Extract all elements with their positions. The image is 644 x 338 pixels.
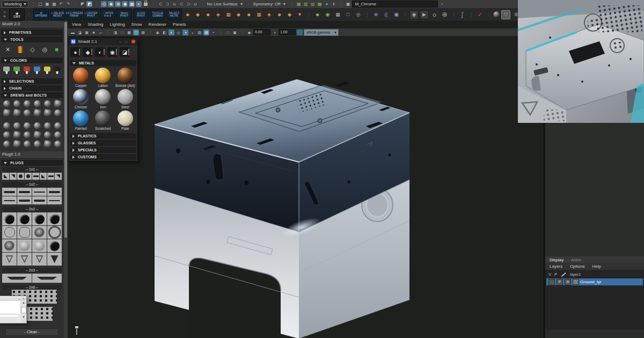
playblast-icon[interactable]: ▶ xyxy=(420,10,429,19)
shelf-menu-icon[interactable]: ≡ xyxy=(3,10,5,14)
cutter-tool-icon[interactable]: ✕ xyxy=(5,46,10,53)
target-weld-icon[interactable]: ◉ xyxy=(323,10,332,19)
isolate-select-icon[interactable]: □ xyxy=(225,30,231,35)
screw-thumbnail[interactable] xyxy=(32,99,42,108)
primitive-diamond-icon[interactable]: ◆ xyxy=(193,10,202,19)
section-customs[interactable]: CUSTOMS xyxy=(70,154,136,160)
render-view-icon[interactable]: ◉ xyxy=(409,10,419,19)
select-camera-icon[interactable]: ▬ xyxy=(70,30,76,35)
bolt-thumbnail[interactable] xyxy=(22,121,32,130)
match-pivot-button[interactable]: Match PIVOT xyxy=(116,9,132,20)
section-glasses[interactable]: GLASSES xyxy=(70,140,136,146)
options-button[interactable]: ⊞ OPTIONS xyxy=(33,9,49,20)
primitive-sphere-icon[interactable]: ● xyxy=(275,10,284,19)
light-icon[interactable]: ☼ xyxy=(430,10,439,19)
material-swatch[interactable]: Iron xyxy=(92,89,114,109)
restore-icon[interactable]: – xyxy=(126,39,128,44)
plug-thumbnail[interactable] xyxy=(32,253,47,266)
primitive-diamond-icon[interactable]: ◆ xyxy=(234,10,243,19)
color-marker-green[interactable] xyxy=(13,67,20,74)
primitive-sphere-icon[interactable]: ● xyxy=(183,10,192,19)
bolt-thumbnail[interactable] xyxy=(22,139,32,148)
textured-icon[interactable]: ◑ xyxy=(182,30,188,35)
curve-tool-icon[interactable]: ∫ xyxy=(458,10,467,19)
plug-thumbnail[interactable] xyxy=(32,226,47,239)
menu-options[interactable]: Options xyxy=(570,264,585,269)
material-swatch[interactable]: Bronze (Ant) xyxy=(114,68,136,87)
view-grid-icon[interactable]: ◨ xyxy=(112,30,118,35)
bolt-thumbnail[interactable] xyxy=(12,130,21,139)
assign-material-icon[interactable]: ● xyxy=(70,47,80,57)
mini-window-hscrollbar[interactable] xyxy=(0,319,21,323)
plug-thumbnail[interactable] xyxy=(17,212,32,225)
plug-thumbnail[interactable] xyxy=(2,212,17,225)
section-plastics[interactable]: PLASTICS xyxy=(70,133,136,139)
screw-thumbnail[interactable] xyxy=(2,99,11,108)
color-marker-red[interactable] xyxy=(24,67,30,74)
bolt-thumbnail[interactable] xyxy=(53,130,62,139)
select-tool-icon[interactable]: ◤ xyxy=(79,1,85,7)
lock-icon[interactable] xyxy=(144,3,148,6)
menu-layers[interactable]: Layers xyxy=(550,264,562,269)
inspect-tool-icon[interactable]: ◎ xyxy=(354,10,363,19)
plug-thumbnail[interactable] xyxy=(2,253,17,266)
shader-ball-icon[interactable]: ◉ xyxy=(107,47,118,57)
bend-deformer-icon[interactable]: (( xyxy=(382,10,391,19)
plug-thumbnail[interactable] xyxy=(32,196,47,204)
plug-thumbnail[interactable] xyxy=(32,212,47,225)
camera-attributes-icon[interactable]: ▣ xyxy=(84,30,90,35)
shadows-icon[interactable]: ▧ xyxy=(196,30,202,35)
wrap-deformer-icon[interactable]: ⊕ xyxy=(371,10,380,19)
plug-thumbnail[interactable] xyxy=(2,196,17,204)
current-material-field[interactable]: M_Chrome xyxy=(352,1,438,8)
image-plane-icon[interactable]: ▱ xyxy=(98,30,104,35)
half-shader-icon[interactable]: ◐ xyxy=(95,47,105,57)
color-marker-gray[interactable] xyxy=(3,67,10,74)
pause-icon[interactable]: ‖ xyxy=(331,1,336,7)
soft-select-icon[interactable]: ● xyxy=(324,1,330,7)
safe-action-icon[interactable]: ◉ xyxy=(155,30,160,35)
exposure-icon[interactable]: ◆ xyxy=(246,30,252,35)
snap-projected-icon[interactable]: ◆ xyxy=(122,1,128,7)
menu-shading[interactable]: Shading xyxy=(87,22,103,28)
mini-window-scrollbar[interactable]: ▲ ▼ xyxy=(21,301,26,319)
film-gate-icon[interactable]: □ xyxy=(119,30,125,35)
motion-blur-icon[interactable]: ◓ xyxy=(210,30,216,35)
scrollbar-thumb[interactable] xyxy=(64,22,67,238)
shaded-icon[interactable]: ◎ xyxy=(175,30,181,35)
plug-thumbnail[interactable] xyxy=(2,173,9,180)
section-chain[interactable]: CHAIN xyxy=(1,85,63,91)
primitive-gem-icon[interactable]: ◈ xyxy=(265,10,274,19)
material-swatch[interactable]: Copper xyxy=(70,68,92,87)
spray-material-icon[interactable]: ◆ xyxy=(83,47,93,57)
snap-together-icon[interactable]: ▦ xyxy=(296,1,302,7)
color-marker-yellow[interactable] xyxy=(44,67,50,74)
plug-thumbnail[interactable] xyxy=(47,188,62,196)
plug-thumbnail[interactable] xyxy=(17,173,24,180)
construction-history-icon[interactable]: ⊃ xyxy=(185,1,191,7)
section-selections[interactable]: SELECTIONS xyxy=(1,78,63,84)
plug-thumbnail[interactable] xyxy=(25,173,32,180)
section-primitives[interactable]: PRIMITIVES xyxy=(1,30,63,35)
bolt-thumbnail[interactable] xyxy=(42,139,52,148)
section-screws-bolts[interactable]: SREWS and BOLTS xyxy=(1,92,63,98)
screw-thumbnail[interactable] xyxy=(42,99,52,108)
material-swatch[interactable]: Plate xyxy=(114,111,136,130)
bookmark-icon[interactable]: ■ xyxy=(91,30,97,35)
color-marker-black[interactable] xyxy=(54,67,61,74)
color-marker-blue[interactable] xyxy=(34,67,40,74)
plug-thumbnail[interactable] xyxy=(32,274,62,283)
construction-history-icon[interactable]: ∪ xyxy=(192,1,198,7)
toggle-combine-button[interactable]: TOGGLE COMBO xyxy=(150,9,165,20)
delete-reset-button[interactable]: × DELETE RESET xyxy=(50,9,65,20)
minimize-icon[interactable]: – xyxy=(18,297,20,300)
plug-thumbnail[interactable] xyxy=(47,212,62,225)
environment-icon[interactable]: ⊕ xyxy=(440,10,449,19)
bolt-thumbnail[interactable] xyxy=(12,139,21,148)
layer-row[interactable]: V P layer1 xyxy=(545,271,644,278)
section-colors[interactable]: COLORS xyxy=(1,57,63,63)
primitive-grid-icon[interactable]: ▦ xyxy=(254,10,264,19)
scrollbar-thumb[interactable] xyxy=(21,307,26,313)
clean-button[interactable]: - Clean - xyxy=(5,328,58,336)
plug-thumbnail[interactable] xyxy=(10,173,17,180)
